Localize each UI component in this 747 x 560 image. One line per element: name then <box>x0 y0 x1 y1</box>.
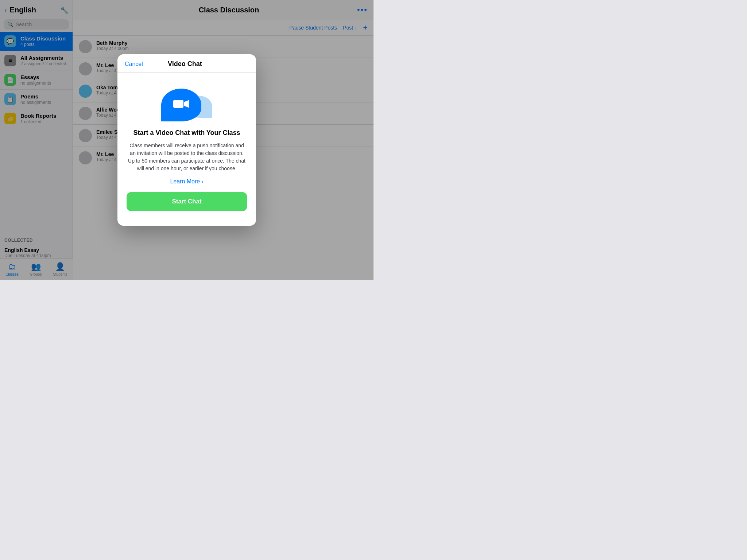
video-illustration <box>161 81 212 121</box>
modal-heading: Start a Video Chat with Your Class <box>133 129 240 137</box>
modal-header: Cancel Video Chat <box>117 54 256 73</box>
video-chat-modal: Cancel Video Chat <box>117 54 256 225</box>
start-chat-button[interactable]: Start Chat <box>127 192 247 211</box>
learn-more-chevron-icon: › <box>201 178 203 185</box>
modal-overlay[interactable]: Cancel Video Chat <box>0 0 374 280</box>
bubble-main <box>161 89 201 121</box>
svg-rect-0 <box>173 100 183 108</box>
learn-more-link[interactable]: Learn More › <box>170 178 203 185</box>
camera-icon <box>173 98 189 112</box>
modal-description: Class members will receive a push notifi… <box>126 142 247 172</box>
modal-body: Start a Video Chat with Your Class Class… <box>117 73 256 217</box>
modal-title: Video Chat <box>168 60 202 68</box>
cancel-button[interactable]: Cancel <box>125 61 143 67</box>
app-shell: ‹ English 🔧 🔍 Search 💬 Class Discussion … <box>0 0 374 280</box>
svg-marker-1 <box>184 100 189 108</box>
